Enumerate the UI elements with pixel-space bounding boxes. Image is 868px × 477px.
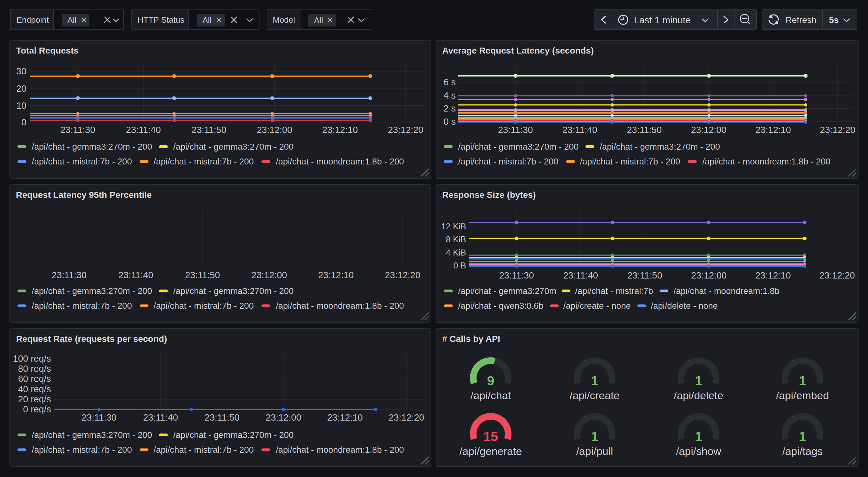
- svg-text:23:12:00: 23:12:00: [266, 412, 301, 422]
- svg-text:/api/generate: /api/generate: [460, 445, 522, 457]
- svg-text:/api/chat - gemma3:270m - 200: /api/chat - gemma3:270m - 200: [173, 142, 293, 152]
- svg-text:23:11:50: 23:11:50: [205, 412, 240, 422]
- svg-text:Total Requests: Total Requests: [16, 46, 79, 55]
- svg-text:/api/chat - moondream:1.8b - 2: /api/chat - moondream:1.8b - 200: [276, 157, 404, 166]
- svg-text:/api/chat - moondream:1.8b: /api/chat - moondream:1.8b: [674, 286, 779, 296]
- svg-text:/api/chat - gemma3:270m - 200: /api/chat - gemma3:270m - 200: [173, 286, 293, 296]
- svg-text:/api/chat - gemma3:270m: /api/chat - gemma3:270m: [458, 286, 557, 296]
- svg-text:/api/delete: /api/delete: [674, 389, 723, 401]
- svg-text:23:11:50: 23:11:50: [627, 125, 662, 135]
- svg-text:23:11:40: 23:11:40: [143, 412, 178, 422]
- svg-text:23:12:20: 23:12:20: [820, 125, 856, 135]
- svg-text:1: 1: [799, 374, 806, 388]
- svg-text:23:11:40: 23:11:40: [563, 270, 598, 280]
- svg-text:23:11:30: 23:11:30: [52, 270, 87, 280]
- svg-text:/api/delete - none: /api/delete - none: [651, 301, 718, 311]
- svg-text:23:11:50: 23:11:50: [185, 270, 220, 280]
- svg-text:Request Latency 95th Percentil: Request Latency 95th Percentile: [16, 190, 152, 200]
- svg-text:8 KiB: 8 KiB: [446, 235, 466, 244]
- svg-text:20 req/s: 20 req/s: [18, 394, 51, 404]
- svg-text:60 req/s: 60 req/s: [18, 374, 51, 384]
- svg-text:23:12:20: 23:12:20: [389, 412, 424, 422]
- svg-text:23:11:30: 23:11:30: [498, 125, 533, 135]
- svg-text:23:12:20: 23:12:20: [385, 270, 421, 280]
- svg-text:23:11:30: 23:11:30: [499, 270, 534, 280]
- svg-text:23:12:20: 23:12:20: [819, 270, 855, 280]
- svg-text:Response Size (bytes): Response Size (bytes): [442, 190, 536, 200]
- svg-text:All: All: [67, 16, 76, 25]
- svg-text:23:11:40: 23:11:40: [118, 270, 153, 280]
- svg-text:/api/create - none: /api/create - none: [563, 301, 631, 311]
- svg-text:/api/chat - mistral:7b - 200: /api/chat - mistral:7b - 200: [154, 445, 254, 455]
- svg-text:1: 1: [799, 429, 806, 444]
- svg-text:23:12:00: 23:12:00: [257, 125, 292, 135]
- svg-text:23:11:30: 23:11:30: [60, 125, 95, 135]
- svg-text:Model: Model: [273, 15, 295, 25]
- svg-text:23:12:10: 23:12:10: [318, 270, 354, 280]
- svg-text:All: All: [314, 16, 323, 25]
- svg-text:/api/chat: /api/chat: [470, 389, 511, 401]
- svg-text:/api/chat - mistral:7b - 200: /api/chat - mistral:7b - 200: [32, 445, 132, 455]
- svg-text:23:12:00: 23:12:00: [251, 270, 287, 280]
- svg-text:1: 1: [591, 374, 598, 388]
- svg-text:15: 15: [484, 429, 498, 444]
- svg-text:23:11:30: 23:11:30: [82, 412, 117, 422]
- svg-text:/api/chat - mistral:7b - 200: /api/chat - mistral:7b - 200: [154, 301, 254, 311]
- svg-text:/api/pull: /api/pull: [576, 445, 613, 457]
- svg-text:/api/chat - mistral:7b - 200: /api/chat - mistral:7b - 200: [458, 157, 558, 166]
- svg-text:/api/chat - gemma3:270m - 200: /api/chat - gemma3:270m - 200: [458, 142, 579, 152]
- svg-text:/api/embed: /api/embed: [776, 389, 829, 401]
- svg-text:2 s: 2 s: [443, 103, 456, 113]
- svg-text:/api/tags: /api/tags: [782, 445, 823, 457]
- svg-text:/api/chat - gemma3:270m - 200: /api/chat - gemma3:270m - 200: [173, 430, 293, 440]
- svg-text:All: All: [203, 16, 212, 25]
- svg-text:23:11:40: 23:11:40: [126, 125, 161, 135]
- svg-text:5s: 5s: [829, 15, 839, 25]
- svg-text:4 s: 4 s: [443, 90, 456, 100]
- svg-text:HTTP Status: HTTP Status: [137, 15, 184, 25]
- svg-text:/api/create: /api/create: [570, 389, 620, 401]
- svg-text:23:12:10: 23:12:10: [322, 125, 358, 135]
- svg-text:/api/chat - mistral:7b: /api/chat - mistral:7b: [575, 286, 653, 296]
- svg-text:/api/chat - gemma3:270m - 200: /api/chat - gemma3:270m - 200: [32, 286, 152, 296]
- svg-text:Average Request Latency (secon: Average Request Latency (seconds): [442, 46, 594, 55]
- svg-text:/api/chat - mistral:7b - 200: /api/chat - mistral:7b - 200: [154, 157, 254, 166]
- svg-text:6 s: 6 s: [443, 77, 456, 87]
- svg-text:0 s: 0 s: [443, 117, 456, 127]
- svg-text:20: 20: [17, 84, 27, 94]
- svg-text:/api/show: /api/show: [676, 445, 721, 457]
- svg-text:0 req/s: 0 req/s: [23, 404, 51, 414]
- svg-text:4 KiB: 4 KiB: [446, 248, 466, 258]
- svg-text:Request Rate (requests per sec: Request Rate (requests per second): [16, 334, 167, 344]
- svg-text:/api/chat - moondream:1.8b - 2: /api/chat - moondream:1.8b - 200: [276, 301, 404, 311]
- svg-text:10: 10: [17, 100, 27, 111]
- svg-text:1: 1: [695, 429, 702, 444]
- svg-text:23:12:10: 23:12:10: [755, 270, 791, 280]
- svg-text:/api/chat - moondream:1.8b - 2: /api/chat - moondream:1.8b - 200: [702, 157, 831, 166]
- svg-text:80 req/s: 80 req/s: [18, 364, 51, 374]
- svg-text:/api/chat - moondream:1.8b - 2: /api/chat - moondream:1.8b - 200: [276, 445, 404, 455]
- svg-text:Endpoint: Endpoint: [17, 15, 49, 25]
- svg-text:/api/chat - qwen3:0.6b: /api/chat - qwen3:0.6b: [458, 301, 544, 311]
- svg-text:12 KiB: 12 KiB: [441, 222, 466, 231]
- svg-text:/api/chat - gemma3:270m - 200: /api/chat - gemma3:270m - 200: [600, 142, 720, 152]
- svg-text:30: 30: [17, 66, 27, 76]
- svg-text:/api/chat - mistral:7b - 200: /api/chat - mistral:7b - 200: [32, 301, 132, 311]
- svg-text:0 B: 0 B: [453, 261, 466, 270]
- svg-text:9: 9: [487, 374, 494, 388]
- svg-text:23:12:10: 23:12:10: [327, 412, 363, 422]
- svg-text:/api/chat - mistral:7b - 200: /api/chat - mistral:7b - 200: [580, 157, 680, 166]
- svg-text:0: 0: [22, 117, 27, 127]
- svg-text:/api/chat - gemma3:270m - 200: /api/chat - gemma3:270m - 200: [32, 142, 152, 152]
- svg-text:23:11:50: 23:11:50: [191, 125, 226, 135]
- svg-text:100 req/s: 100 req/s: [13, 354, 51, 364]
- svg-text:23:11:50: 23:11:50: [627, 270, 662, 280]
- svg-text:23:12:00: 23:12:00: [691, 270, 726, 280]
- svg-text:23:12:10: 23:12:10: [755, 125, 791, 135]
- svg-text:23:11:40: 23:11:40: [562, 125, 597, 135]
- svg-text:40 req/s: 40 req/s: [18, 384, 51, 394]
- svg-text:/api/chat - gemma3:270m - 200: /api/chat - gemma3:270m - 200: [32, 430, 152, 440]
- svg-text:Refresh: Refresh: [785, 15, 816, 25]
- svg-text:23:12:00: 23:12:00: [691, 125, 726, 135]
- svg-text:# Calls by API: # Calls by API: [442, 334, 500, 344]
